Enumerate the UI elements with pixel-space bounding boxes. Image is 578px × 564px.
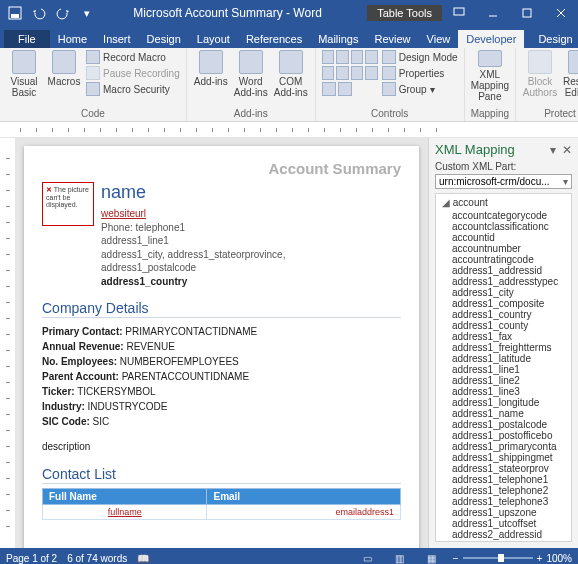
tab-design[interactable]: Design	[139, 30, 189, 48]
status-page[interactable]: Page 1 of 2	[6, 553, 57, 564]
undo-icon[interactable]	[28, 2, 50, 24]
xml-node[interactable]: accountratingcode	[436, 254, 571, 265]
picture-control-icon[interactable]	[351, 50, 364, 64]
content-control-telephone1[interactable]: telephone1	[136, 222, 186, 233]
tab-references[interactable]: References	[238, 30, 310, 48]
xml-mapping-pane-button[interactable]: XML Mapping Pane	[472, 50, 508, 102]
pane-dropdown-icon[interactable]: ▾	[550, 143, 556, 157]
visual-basic-button[interactable]: Visual Basic	[6, 50, 42, 102]
checkbox-control-icon[interactable]	[322, 66, 335, 80]
xml-node[interactable]: address1_name	[436, 408, 571, 419]
xml-root-node[interactable]: account	[436, 196, 571, 210]
xml-node[interactable]: accountcategorycode	[436, 210, 571, 221]
content-control-address-citystate[interactable]: address1_city, address1_stateorprovince,	[101, 248, 285, 262]
xml-node[interactable]: address1_composite	[436, 298, 571, 309]
tab-insert[interactable]: Insert	[95, 30, 139, 48]
dropdown-control-icon[interactable]	[351, 66, 364, 80]
maximize-icon[interactable]	[510, 0, 544, 26]
content-control-primarycontact[interactable]: PRIMARYCONTACTIDNAME	[125, 326, 257, 337]
custom-xml-part-select[interactable]: urn:microsoft-crm/docu...	[435, 174, 572, 189]
vertical-ruler[interactable]	[0, 138, 16, 548]
xml-node[interactable]: accountclassificationc	[436, 221, 571, 232]
save-icon[interactable]	[4, 2, 26, 24]
combobox-control-icon[interactable]	[336, 66, 349, 80]
tab-developer[interactable]: Developer	[458, 30, 524, 48]
qat-customize-icon[interactable]: ▾	[76, 2, 98, 24]
content-control-revenue[interactable]: REVENUE	[126, 341, 174, 352]
properties-button[interactable]: Properties	[382, 66, 458, 80]
close-icon[interactable]	[544, 0, 578, 26]
content-control-address-line1[interactable]: address1_line1	[101, 234, 285, 248]
xml-tree[interactable]: account accountcategorycodeaccountclassi…	[435, 193, 572, 542]
zoom-control[interactable]: − + 100%	[453, 553, 572, 564]
xml-node[interactable]: address1_shippingmet	[436, 452, 571, 463]
xml-node[interactable]: address1_postofficebo	[436, 430, 571, 441]
zoom-level[interactable]: 100%	[546, 553, 572, 564]
tab-view[interactable]: View	[419, 30, 459, 48]
document-page[interactable]: Account Summary ✕ The picture can't be d…	[24, 146, 419, 548]
xml-node[interactable]: address1_addresstypec	[436, 276, 571, 287]
block-authors-button[interactable]: Block Authors	[522, 50, 558, 102]
zoom-in-icon[interactable]: +	[537, 553, 543, 564]
xml-node[interactable]: address1_line1	[436, 364, 571, 375]
tab-table-design[interactable]: Design	[530, 30, 578, 48]
macros-button[interactable]: Macros	[46, 50, 82, 102]
addins-button[interactable]: Add-ins	[193, 50, 229, 102]
content-control-industry[interactable]: INDUSTRYCODE	[88, 401, 168, 412]
design-mode-button[interactable]: Design Mode	[382, 50, 458, 64]
xml-node[interactable]: address1_city	[436, 287, 571, 298]
content-control-fullname[interactable]: fullname	[108, 507, 142, 517]
xml-node[interactable]: address1_upszone	[436, 507, 571, 518]
xml-node[interactable]: address1_longitude	[436, 397, 571, 408]
xml-node[interactable]: accountid	[436, 232, 571, 243]
xml-node[interactable]: address1_postalcode	[436, 419, 571, 430]
content-control-description[interactable]: description	[42, 439, 401, 454]
repeating-control-icon[interactable]	[322, 82, 336, 96]
tab-mailings[interactable]: Mailings	[310, 30, 366, 48]
print-layout-icon[interactable]: ▥	[389, 550, 411, 564]
spell-check-icon[interactable]: 📖	[137, 553, 149, 564]
record-macro-button[interactable]: Record Macro	[86, 50, 180, 64]
xml-node[interactable]: address1_freightterms	[436, 342, 571, 353]
xml-node[interactable]: address2_addressid	[436, 529, 571, 540]
redo-icon[interactable]	[52, 2, 74, 24]
content-control-ticker[interactable]: TICKERSYMBOL	[77, 386, 155, 397]
xml-node[interactable]: address1_latitude	[436, 353, 571, 364]
date-control-icon[interactable]	[365, 66, 378, 80]
content-control-emailaddress1[interactable]: emailaddress1	[207, 505, 401, 520]
xml-node[interactable]: address1_line2	[436, 375, 571, 386]
com-addins-button[interactable]: COM Add-ins	[273, 50, 309, 102]
tab-file[interactable]: File	[4, 30, 50, 48]
tab-review[interactable]: Review	[367, 30, 419, 48]
content-control-address-postalcode[interactable]: address1_postalcode	[101, 261, 285, 275]
document-area[interactable]: Account Summary ✕ The picture can't be d…	[0, 138, 428, 548]
content-control-websiteurl[interactable]: websiteurl	[101, 208, 146, 219]
content-control-parentaccount[interactable]: PARENTACCOUNTIDNAME	[122, 371, 249, 382]
horizontal-ruler[interactable]	[0, 122, 578, 138]
zoom-out-icon[interactable]: −	[453, 553, 459, 564]
xml-node[interactable]: address1_country	[436, 309, 571, 320]
xml-node[interactable]: address1_line3	[436, 386, 571, 397]
pane-close-icon[interactable]: ✕	[562, 143, 572, 157]
read-mode-icon[interactable]: ▭	[357, 550, 379, 564]
xml-node[interactable]: address1_stateorprov	[436, 463, 571, 474]
xml-node[interactable]: address1_telephone2	[436, 485, 571, 496]
xml-node[interactable]: address1_telephone3	[436, 496, 571, 507]
status-words[interactable]: 6 of 74 words	[67, 553, 127, 564]
plain-text-control-icon[interactable]	[336, 50, 349, 64]
xml-node[interactable]: accountnumber	[436, 243, 571, 254]
xml-node[interactable]: address1_fax	[436, 331, 571, 342]
tab-layout[interactable]: Layout	[189, 30, 238, 48]
tab-home[interactable]: Home	[50, 30, 95, 48]
web-layout-icon[interactable]: ▦	[421, 550, 443, 564]
building-block-control-icon[interactable]	[365, 50, 378, 64]
content-control-address-country[interactable]: address1_country	[101, 275, 285, 289]
minimize-icon[interactable]	[476, 0, 510, 26]
xml-node[interactable]: address1_county	[436, 320, 571, 331]
pause-recording-button[interactable]: Pause Recording	[86, 66, 180, 80]
xml-node[interactable]: address2_addresstypec	[436, 540, 571, 543]
contact-table[interactable]: Full NameEmail fullnameemailaddress1	[42, 488, 401, 520]
content-control-employees[interactable]: NUMBEROFEMPLOYEES	[120, 356, 239, 367]
xml-node[interactable]: address1_telephone1	[436, 474, 571, 485]
content-control-sic[interactable]: SIC	[93, 416, 110, 427]
